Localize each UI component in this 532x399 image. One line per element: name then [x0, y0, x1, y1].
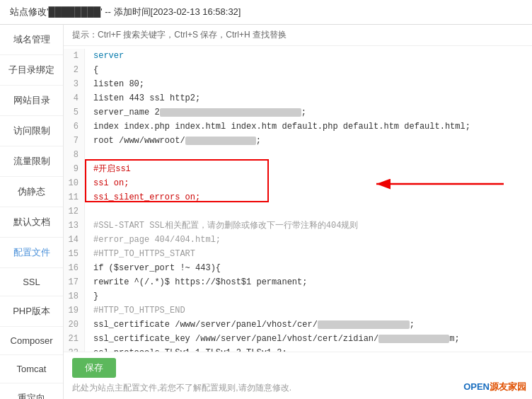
- content-area: 提示：Ctrl+F 搜索关键字，Ctrl+S 保存，Ctrl+H 查找替换: [64, 25, 532, 399]
- logo-open: OPEN: [463, 381, 490, 392]
- title-bar: 站点修改'████████' -- 添加时间[2023-02-13 16:58:…: [0, 0, 532, 25]
- code-line-ssl-9: 9 #开启ssi: [64, 162, 532, 176]
- sidebar-item-traffic[interactable]: 流量限制: [0, 146, 63, 177]
- code-line: 15 #HTTP_TO_HTTPS_START: [64, 247, 532, 261]
- code-line: 3 listen 80;: [64, 77, 532, 91]
- code-line: 16 if ($server_port !~ 443){: [64, 261, 532, 275]
- footer-area: 保存 此处为站点主配置文件,若您不了解配置规则,请勿随意修改.: [64, 352, 532, 399]
- code-line: 8: [64, 148, 532, 162]
- code-line: 20 ssl_certificate /www/server/panel/vho…: [64, 318, 532, 332]
- code-line: 1 server: [64, 49, 532, 63]
- sidebar-item-config[interactable]: 配置文件: [0, 238, 63, 268]
- code-line: 22 ssl_protocols TLSv1.1 TLSv1.2 TLSv1.3…: [64, 346, 532, 352]
- code-line: 6 index index.php index.html index.htm d…: [64, 120, 532, 134]
- code-block: 1 server 2 { 3 listen 80; 4 listen 443 s…: [64, 49, 532, 352]
- code-line: 21 ssl_certificate_key /www/server/panel…: [64, 332, 532, 346]
- sidebar-item-rewrite[interactable]: 伪静态: [0, 177, 63, 207]
- open-logo: OPEN源友家园: [463, 381, 526, 393]
- code-line: 13 #SSL-START SSL相关配置，请勿删除或修改下一行带注释的404规…: [64, 219, 532, 233]
- sidebar-item-default-doc[interactable]: 默认文档: [0, 207, 63, 238]
- code-line: 19 #HTTP_TO_HTTPS_END: [64, 303, 532, 318]
- code-line: 18 }: [64, 289, 532, 303]
- sidebar-item-access[interactable]: 访问限制: [0, 116, 63, 146]
- hint-bar: 提示：Ctrl+F 搜索关键字，Ctrl+S 保存，Ctrl+H 查找替换: [64, 25, 532, 46]
- code-line-ssl-10: 10 ssi on;: [64, 176, 532, 190]
- sidebar-item-domain[interactable]: 域名管理: [0, 25, 63, 55]
- editor-area[interactable]: 1 server 2 { 3 listen 80; 4 listen 443 s…: [64, 46, 532, 352]
- sidebar-item-composer[interactable]: Composer: [0, 327, 63, 355]
- code-line-ssl-11: 11 ssi_silent_errors on;: [64, 190, 532, 204]
- code-line: 2 {: [64, 63, 532, 77]
- sidebar-item-webdir[interactable]: 网站目录: [0, 86, 63, 116]
- footer-note: 此处为站点主配置文件,若您不了解配置规则,请勿随意修改.: [72, 382, 524, 394]
- sidebar: 域名管理 子目录绑定 网站目录 访问限制 流量限制 伪静态 默认文档 配置文件 …: [0, 25, 64, 399]
- save-button[interactable]: 保存: [72, 358, 116, 378]
- code-line: 17 rewrite ^(/.*)$ https://$host$1 perma…: [64, 275, 532, 289]
- logo-rest: 源友家园: [490, 381, 526, 392]
- sidebar-item-ssl[interactable]: SSL: [0, 268, 63, 296]
- hint-text: 提示：Ctrl+F 搜索关键字，Ctrl+S 保存，Ctrl+H 查找替换: [72, 30, 287, 40]
- code-line: 12: [64, 204, 532, 219]
- code-line: 4 listen 443 ssl http2;: [64, 91, 532, 105]
- sidebar-item-php[interactable]: PHP版本: [0, 296, 63, 327]
- code-line: 7 root /www/wwwroot/;: [64, 134, 532, 148]
- sidebar-item-tomcat[interactable]: Tomcat: [0, 355, 63, 383]
- code-line: 5 server_name 2;: [64, 105, 532, 120]
- sidebar-item-redirect[interactable]: 重定向: [0, 383, 63, 399]
- sidebar-item-subdir[interactable]: 子目录绑定: [0, 55, 63, 86]
- code-line: 14 #error_page 404/404.html;: [64, 233, 532, 247]
- title-text: 站点修改'████████' -- 添加时间[2023-02-13 16:58:…: [10, 6, 241, 17]
